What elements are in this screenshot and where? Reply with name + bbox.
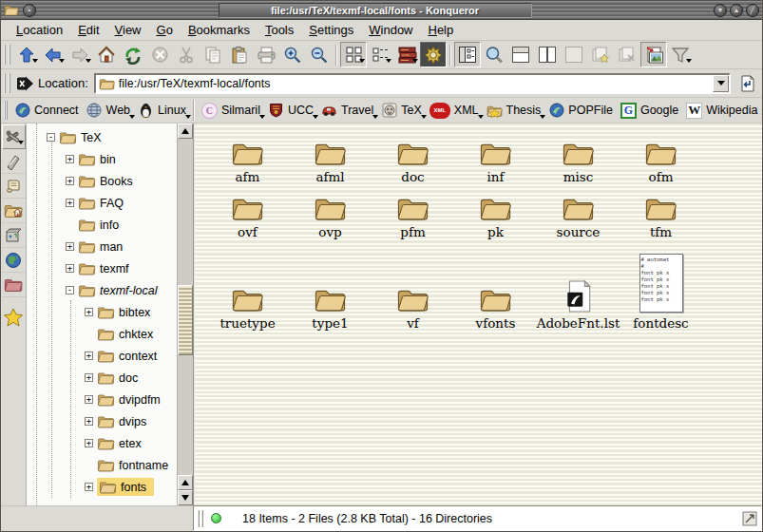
network-button[interactable]	[2, 248, 26, 273]
services-button[interactable]	[2, 223, 26, 248]
expand-toggle[interactable]: +	[66, 199, 74, 207]
file-item-fontdesc[interactable]: # automat # font pk x font pk x font pk …	[633, 254, 688, 331]
bookmark-connect[interactable]: Connect	[10, 102, 83, 120]
close-button[interactable]: ╱	[746, 4, 759, 17]
split-view-left-right-button[interactable]	[534, 42, 561, 67]
folder-item-ovp[interactable]: ovp	[314, 195, 347, 239]
folder-item-vfonts[interactable]: vfonts	[476, 286, 516, 331]
bookmark-travel[interactable]: Travel	[317, 102, 377, 120]
folder-item-source[interactable]: source	[557, 195, 601, 239]
zoom-in-button[interactable]	[279, 42, 306, 67]
root-folder-button[interactable]	[2, 273, 26, 297]
folder-item-afml[interactable]: afml	[314, 140, 347, 184]
tree-item-man[interactable]: + man	[27, 236, 177, 257]
location-input[interactable]: file:/usr/TeX/texmf-local/fonts	[115, 77, 271, 90]
tree-item-FAQ[interactable]: + FAQ	[27, 192, 177, 214]
filter-button[interactable]	[667, 42, 694, 67]
stop-button[interactable]	[146, 42, 173, 67]
list-view-button[interactable]	[367, 42, 393, 67]
bookmark-thesis[interactable]: Thesis	[483, 102, 545, 120]
books-button[interactable]	[393, 42, 420, 67]
gear-button[interactable]	[420, 42, 447, 67]
bookmark-ucc[interactable]: UCC	[264, 102, 317, 120]
remove-view-button[interactable]	[561, 42, 587, 67]
folder-item-afm[interactable]: afm	[231, 140, 264, 184]
bookmark-web[interactable]: Web	[83, 102, 134, 120]
bookmark-linux[interactable]: Linux	[134, 102, 190, 120]
folder-item-tfm[interactable]: tfm	[644, 195, 677, 239]
expand-toggle[interactable]: +	[66, 155, 74, 163]
print-button[interactable]	[253, 42, 279, 67]
new-tab-button[interactable]	[587, 42, 614, 67]
maximize-button[interactable]: ▴	[730, 4, 743, 17]
image-preview-button[interactable]	[640, 42, 667, 67]
tree-item-TeX[interactable]: - TeX	[27, 126, 177, 148]
close-tab-button[interactable]	[614, 42, 640, 67]
folder-item-inf[interactable]: inf	[479, 140, 512, 184]
menu-help[interactable]: Help	[421, 21, 462, 39]
toolbar-handle[interactable]	[4, 101, 8, 119]
folder-item-ovf[interactable]: ovf	[231, 195, 264, 239]
folder-item-type1[interactable]: type1	[312, 286, 348, 331]
folder-item-ofm[interactable]: ofm	[644, 140, 677, 184]
location-dropdown-button[interactable]	[713, 75, 729, 92]
title-bar[interactable]: • file:/usr/TeX/texmf-local/fonts - Konq…	[1, 1, 762, 20]
collapse-toggle[interactable]: -	[66, 286, 74, 294]
folder-item-misc[interactable]: misc	[562, 140, 595, 184]
bookmark-popfile[interactable]: POPFile	[544, 102, 617, 120]
tree-item-doc[interactable]: + doc	[27, 367, 177, 389]
tree-item-Books[interactable]: + Books	[27, 170, 177, 192]
paste-button[interactable]	[226, 42, 253, 67]
cut-button[interactable]	[173, 42, 200, 67]
show-navigation-panel-button[interactable]	[454, 42, 481, 67]
bookmark-tex[interactable]: TeX	[377, 102, 426, 120]
tree-item-info[interactable]: info	[27, 214, 177, 236]
file-item-adobefnt[interactable]: AdobeFnt.lst	[537, 280, 620, 331]
menu-location[interactable]: Location	[9, 21, 70, 39]
menu-view[interactable]: View	[107, 21, 149, 39]
folder-contents-view[interactable]: afm afml doc inf misc	[193, 124, 762, 505]
menu-settings[interactable]: Settings	[301, 21, 361, 39]
expand-toggle[interactable]: +	[85, 395, 93, 404]
scroll-up-button[interactable]	[178, 475, 193, 490]
folder-item-truetype[interactable]: truetype	[219, 286, 275, 331]
split-view-top-bottom-button[interactable]	[507, 42, 534, 67]
bookmark-wikipedia[interactable]: W Wikipedia	[682, 102, 761, 120]
folder-item-doc[interactable]: doc	[396, 140, 429, 184]
expand-toggle[interactable]: +	[85, 483, 93, 491]
history-button[interactable]	[2, 174, 26, 199]
collapse-toggle[interactable]: -	[47, 133, 55, 142]
expand-toggle[interactable]: +	[85, 439, 93, 447]
folder-item-vf[interactable]: vf	[396, 286, 429, 331]
expand-toggle[interactable]: +	[66, 264, 74, 273]
folder-item-pk[interactable]: pk	[479, 195, 512, 239]
tree-item-context[interactable]: + context	[27, 345, 177, 367]
expand-toggle[interactable]: +	[85, 308, 93, 316]
menu-tools[interactable]: Tools	[258, 21, 301, 39]
resize-grip[interactable]	[742, 511, 757, 526]
tree-item-etex[interactable]: + etex	[27, 432, 177, 454]
copy-button[interactable]	[200, 42, 226, 67]
bookmarks-panel-button[interactable]	[2, 305, 26, 330]
up-button[interactable]	[13, 42, 40, 67]
bookmark-flag-button[interactable]	[2, 149, 26, 174]
icon-view-button[interactable]	[340, 42, 367, 67]
sticky-pin-button[interactable]: •	[23, 4, 36, 17]
location-combobox[interactable]: file:/usr/TeX/texmf-local/fonts	[94, 73, 731, 94]
tree-item-bibtex[interactable]: + bibtex	[27, 301, 177, 323]
expand-toggle[interactable]: +	[85, 352, 93, 360]
tree-item-chktex[interactable]: chktex	[27, 323, 177, 345]
window-menu-folder-icon[interactable]	[4, 4, 19, 16]
expand-toggle[interactable]: +	[66, 242, 74, 251]
home-button[interactable]	[93, 42, 120, 67]
tree-item-texmf-local[interactable]: - texmf-local	[27, 279, 177, 301]
clear-location-button[interactable]	[13, 70, 36, 96]
tree-item-fonts[interactable]: + fonts	[27, 476, 177, 498]
reload-button[interactable]	[120, 42, 146, 67]
scroll-up-button[interactable]	[178, 124, 193, 139]
menu-bookmarks[interactable]: Bookmarks	[181, 21, 258, 39]
bookmark-xml[interactable]: XML XML	[426, 102, 483, 120]
expand-toggle[interactable]: +	[66, 177, 74, 185]
menu-window[interactable]: Window	[361, 21, 420, 39]
menu-edit[interactable]: Edit	[70, 21, 106, 39]
